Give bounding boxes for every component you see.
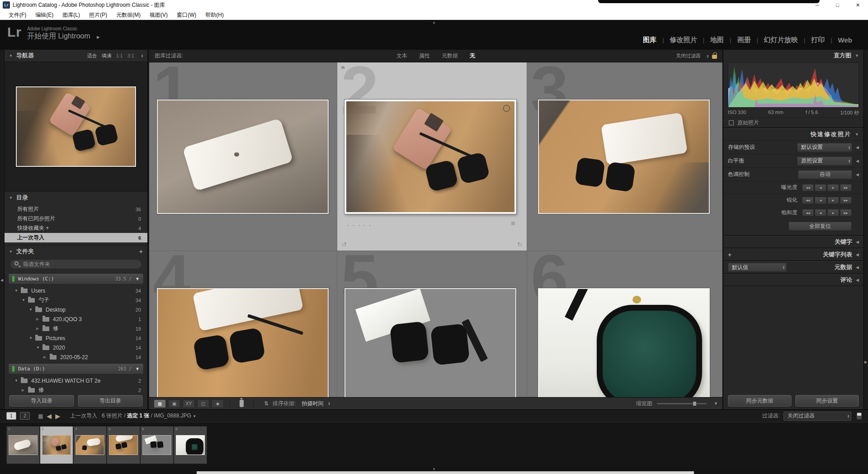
module-develop[interactable]: 修改照片 [664,36,703,44]
metadata-header[interactable]: 默认值 ▴▾ 元数据 ◀ [723,261,863,274]
increase-button[interactable]: ▶ [827,209,839,216]
folder-expand-icon[interactable]: ▶ [43,355,48,359]
histogram[interactable] [723,62,863,108]
survey-view-button[interactable]: ◫ [197,399,209,408]
decrease-large-button[interactable]: ◀◀ [802,209,814,216]
filmstrip-thumb-5[interactable]: 5 [140,426,174,464]
main-window-button[interactable]: 1 [6,412,16,420]
folder-row-huawei-watch[interactable]: ▼ 432.HUAWEI WATCH GT 2e 2 [5,376,147,385]
folder-expand-icon[interactable]: ▶ [36,327,41,331]
increase-large-button[interactable]: ▶▶ [840,197,852,204]
filter-tab-metadata[interactable]: 元数据 [442,52,458,60]
painter-spray-icon[interactable] [240,400,244,407]
histogram-header[interactable]: 直方图 ▼ [723,50,863,62]
folder-search-box[interactable] [10,259,142,269]
photo-thumbnail[interactable] [157,100,329,214]
add-folder-button[interactable]: + [139,248,143,255]
second-window-button[interactable]: 2 [20,412,30,420]
thumbnail-size-slider[interactable] [657,403,707,404]
collapse-top-icon[interactable]: ▲ [432,20,436,24]
filmstrip-thumb-3[interactable]: 3 [73,426,107,464]
folder-row-xiu-d[interactable]: ▶ 修 2 [5,385,147,395]
add-keyword-button[interactable]: + [728,251,731,258]
folder-search-input[interactable] [23,261,123,267]
increase-button[interactable]: ▶ [827,197,839,204]
menu-photo[interactable]: 照片(P) [85,10,111,20]
module-book[interactable]: 画册 [731,36,756,44]
collapse-bottom-icon[interactable]: ▼ [432,467,436,471]
sort-value[interactable]: 拍摄时间 [302,400,323,408]
menu-help[interactable]: 帮助(H) [201,10,228,20]
filmstrip-thumb-2-selected[interactable]: 2 [40,426,73,464]
decrease-button[interactable]: ◀ [815,184,826,191]
compare-view-button[interactable]: XY [183,399,195,408]
grid-cell-4[interactable]: 4 [149,251,337,397]
photo-thumbnail[interactable] [344,100,516,214]
folder-expand-icon[interactable]: ▼ [14,289,19,293]
volume-windows-c[interactable]: Windows (C:) 33.5 / ▼ [8,273,144,284]
left-panel-edge[interactable]: ◀ [0,50,5,409]
decrease-large-button[interactable]: ◀◀ [802,184,814,191]
right-panel-edge[interactable]: ▶ [863,50,868,409]
menu-metadata[interactable]: 元数据(M) [112,10,145,20]
metadata-preset-select[interactable]: 默认值 ▴▾ [728,263,787,272]
photo-thumbnail[interactable] [538,100,710,214]
comments-header[interactable]: 评论 ◀ [723,274,863,287]
folder-row-pictures[interactable]: ▼ Pictures 14 [5,333,147,343]
sync-settings-button[interactable]: 同步设置 [795,395,859,407]
filter-tab-attribute[interactable]: 属性 [419,52,430,60]
filter-preset-spinner[interactable]: ▴▾ [707,54,708,58]
module-print[interactable]: 打印 [805,36,830,44]
sort-direction-icon[interactable]: ⇅ [264,400,269,407]
catalog-item-quick-collection[interactable]: 快捷收藏夹 + 4 [5,223,147,233]
folder-expand-icon[interactable]: ▼ [14,379,19,383]
menu-library[interactable]: 图库(L) [58,10,84,20]
grid-view-button[interactable]: ▦ [154,399,166,408]
metadata-badge-icon[interactable] [511,222,515,225]
keywords-header[interactable]: 关键字 ◀ [723,236,863,249]
photo-thumbnail[interactable] [344,288,516,397]
folder-row-2020-05-22[interactable]: ▶ 2020-05-22 14 [5,352,147,362]
zoom-fill[interactable]: 填满 [101,52,111,59]
rotation-badge-icon[interactable] [503,105,510,112]
grid-cell-2-selected[interactable]: ⚑ 2 · · · · · ↺ ↻ [337,62,527,251]
slider-knob[interactable] [693,401,697,406]
keyword-list-header[interactable]: + 关键字列表 ◀ [723,249,863,261]
people-view-button[interactable]: ☻ [212,399,224,408]
filmstrip-filter-select[interactable]: 关闭过滤器 ▴▾ [783,412,851,421]
navigator-header[interactable]: ▼ 导航器 适合 填满 1:1 3:1 ▴▾ [5,50,147,62]
forward-arrow-icon[interactable]: ▶ [55,412,60,420]
zoom-3-1[interactable]: 3:1 [127,53,134,58]
filter-tab-text[interactable]: 文本 [396,52,407,60]
white-balance-select[interactable]: 原照设置 ▴▾ [797,156,852,166]
auto-tone-button[interactable]: 自动 [798,170,852,179]
folder-row-iqoo3[interactable]: ▶ 420.iQOO 3 1 [5,314,147,324]
back-arrow-icon[interactable]: ◀ [47,412,52,420]
decrease-button[interactable]: ◀ [815,197,826,204]
collapse-left-icon[interactable]: ◀ [0,278,3,282]
grid-cell-5[interactable]: 5 [337,251,527,397]
folder-row-2020[interactable]: ▼ 2020 14 [5,343,147,352]
reset-all-button[interactable]: 全部复位 [788,222,852,231]
zoom-fit[interactable]: 适合 [87,52,97,59]
maximize-button[interactable]: □ [827,0,848,10]
folders-header[interactable]: ▼ 文件夹 + [5,246,147,257]
lock-icon[interactable] [712,55,717,59]
folder-row-desktop[interactable]: ▼ Desktop 20 [5,305,147,314]
menu-file[interactable]: 文件(F) [5,10,30,20]
filmstrip-thumb-1[interactable]: 1 [6,426,40,464]
increase-large-button[interactable]: ▶▶ [840,184,852,191]
rating-dots[interactable]: · · · · · [347,222,372,228]
rotate-right-icon[interactable]: ↻ [517,241,522,248]
grid-cell-3[interactable]: 3 [527,62,722,251]
module-slideshow[interactable]: 幻灯片放映 [758,36,804,44]
decrease-button[interactable]: ◀ [815,209,826,216]
folder-expand-icon[interactable]: ▼ [29,308,33,312]
folder-expand-icon[interactable]: ▼ [22,298,26,302]
decrease-large-button[interactable]: ◀◀ [802,197,814,204]
expand-left-icon[interactable]: ◀ [856,145,859,150]
filmstrip-thumb-4[interactable]: 4 [107,426,140,464]
filter-toggle-switch[interactable] [857,412,862,419]
folder-row-xiu-c[interactable]: ▶ 修 19 [5,324,147,333]
sort-spinner[interactable]: ▴▾ [328,402,330,405]
